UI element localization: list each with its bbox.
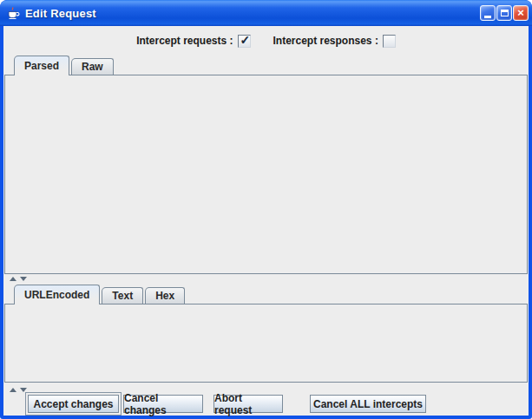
- intercept-responses-checkbox[interactable]: [383, 35, 396, 48]
- titlebar[interactable]: Edit Request ×: [0, 0, 532, 26]
- edit-request-window: Edit Request × Intercept requests : Inte…: [0, 0, 532, 419]
- intercept-responses-label: Intercept responses :: [273, 35, 378, 47]
- window-title: Edit Request: [25, 7, 96, 20]
- maximize-icon: [501, 10, 509, 16]
- intercept-requests-label: Intercept requests :: [136, 35, 233, 47]
- abort-request-button[interactable]: Abort request: [213, 395, 283, 413]
- request-tabstrip: Parsed Raw: [14, 56, 115, 75]
- close-button[interactable]: ×: [513, 5, 529, 21]
- java-cup-icon: [6, 6, 20, 20]
- split-divider[interactable]: [4, 275, 528, 283]
- divider-collapse-down-icon[interactable]: [20, 277, 27, 281]
- content-tabstrip: URLEncoded Text Hex: [14, 285, 187, 304]
- close-icon: ×: [517, 7, 524, 18]
- minimize-button[interactable]: [480, 5, 496, 21]
- tab-urlencoded[interactable]: URLEncoded: [14, 285, 100, 304]
- divider-collapse-up-icon[interactable]: [10, 277, 16, 281]
- parsed-pane: [4, 75, 528, 274]
- tab-parsed[interactable]: Parsed: [14, 56, 69, 75]
- intercept-bar: Intercept requests : Intercept responses…: [3, 31, 529, 50]
- cancel-changes-button[interactable]: Cancel changes: [123, 395, 203, 413]
- intercept-requests-checkbox[interactable]: [238, 35, 251, 48]
- minimize-icon: [484, 16, 491, 18]
- accept-changes-button[interactable]: Accept changes: [28, 395, 119, 413]
- divider-collapse-down-icon[interactable]: [20, 388, 27, 392]
- maximize-button[interactable]: [496, 5, 512, 21]
- cancel-all-intercepts-button[interactable]: Cancel ALL intercepts: [310, 395, 426, 413]
- tab-text[interactable]: Text: [102, 287, 143, 304]
- divider-collapse-up-icon[interactable]: [10, 388, 16, 392]
- urlencoded-pane: [4, 304, 528, 383]
- tab-raw[interactable]: Raw: [71, 58, 114, 75]
- tab-hex[interactable]: Hex: [145, 287, 185, 304]
